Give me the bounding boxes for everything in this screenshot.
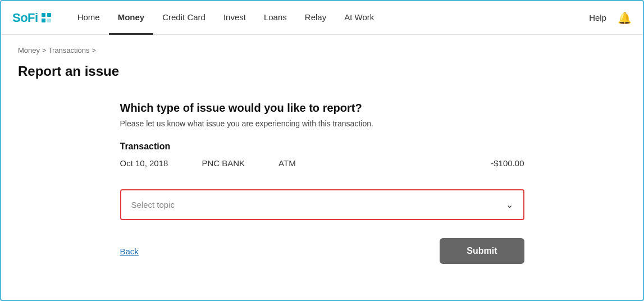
- transaction-label: Transaction: [120, 142, 524, 152]
- transaction-category: ATM: [278, 158, 296, 168]
- page-content: Money > Transactions > Report an issue W…: [1, 35, 643, 300]
- nav-right: Help 🔔: [589, 11, 632, 25]
- nav-relay[interactable]: Relay: [296, 1, 335, 35]
- sofi-logo-text: SoFi: [12, 11, 38, 25]
- sofi-logo[interactable]: SoFi: [12, 11, 52, 25]
- dot-tl: [42, 13, 45, 17]
- form-actions: Back Submit: [120, 238, 524, 264]
- form-subtext: Please let us know what issue you are ex…: [120, 119, 524, 128]
- topic-select[interactable]: Select topic ⌄: [121, 190, 523, 219]
- nav-links: Home Money Credit Card Invest Loans Rela…: [68, 1, 589, 35]
- browser-frame: SoFi Home Money Credit Card Invest Loans…: [0, 0, 644, 301]
- nav-at-work[interactable]: At Work: [335, 1, 383, 35]
- transaction-row: Oct 10, 2018 PNC BANK ATM -$100.00: [120, 158, 524, 174]
- form-card: Which type of issue would you like to re…: [120, 96, 524, 270]
- navbar: SoFi Home Money Credit Card Invest Loans…: [1, 1, 643, 35]
- topic-select-wrapper[interactable]: Select topic ⌄: [120, 189, 524, 220]
- dot-bl: [42, 19, 45, 22]
- transaction-date: Oct 10, 2018: [120, 158, 168, 168]
- form-heading: Which type of issue would you like to re…: [120, 102, 524, 115]
- transaction-merchant: PNC BANK: [202, 158, 245, 168]
- help-link[interactable]: Help: [589, 13, 606, 22]
- nav-home[interactable]: Home: [68, 1, 109, 35]
- nav-loans[interactable]: Loans: [255, 1, 296, 35]
- nav-money[interactable]: Money: [109, 1, 154, 35]
- dot-tr: [47, 13, 51, 17]
- chevron-down-icon: ⌄: [506, 199, 513, 210]
- nav-invest[interactable]: Invest: [214, 1, 255, 35]
- select-placeholder: Select topic: [131, 200, 175, 209]
- back-button[interactable]: Back: [120, 247, 139, 256]
- transaction-amount: -$100.00: [491, 158, 524, 168]
- page-title: Report an issue: [18, 63, 626, 79]
- breadcrumb: Money > Transactions >: [18, 46, 626, 54]
- dot-br: [47, 19, 51, 22]
- nav-credit-card[interactable]: Credit Card: [153, 1, 214, 35]
- sofi-logo-dots: [42, 13, 52, 23]
- bell-icon[interactable]: 🔔: [618, 11, 632, 25]
- submit-button[interactable]: Submit: [440, 238, 524, 264]
